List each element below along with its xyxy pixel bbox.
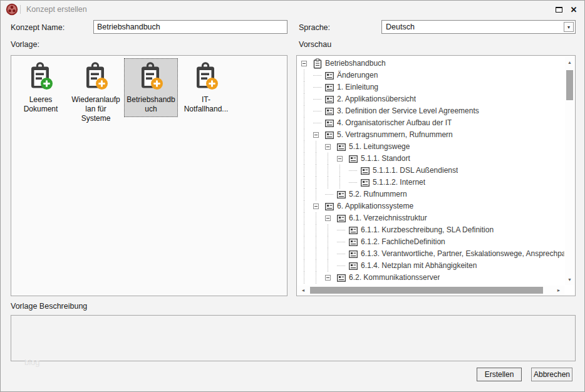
app-logo-icon xyxy=(6,3,18,16)
tree-guide-line xyxy=(313,224,325,236)
tree-guide-line xyxy=(301,224,313,236)
tree-guide-line xyxy=(325,224,337,236)
tree-connector xyxy=(337,260,349,272)
tree-guide-line xyxy=(313,212,325,224)
tree-connector xyxy=(325,188,337,200)
dropdown-arrow-button[interactable]: ▾ xyxy=(564,22,574,32)
tree-item[interactable]: 5. Vertragsnummern, Rufnummern xyxy=(298,129,564,141)
tree-item[interactable]: 2. Applikationsübersicht xyxy=(298,93,564,105)
tree-expander-collapse[interactable] xyxy=(325,272,337,284)
maximize-button[interactable] xyxy=(552,4,566,15)
vertical-scrollbar[interactable]: ▲ ▼ xyxy=(565,56,574,285)
tree-item[interactable]: 5.1. Leitungswege xyxy=(298,141,564,153)
tree-item[interactable]: 6.1.2. FachlicheDefinition xyxy=(298,236,564,248)
tree-expander-collapse[interactable] xyxy=(337,153,349,165)
horizontal-scrollbar-thumb[interactable] xyxy=(310,287,543,294)
vertical-scrollbar-thumb[interactable] xyxy=(566,70,573,100)
tree-item-label: 2. Applikationsübersicht xyxy=(337,93,416,105)
tree-item-label: 3. Definition der Service Level Agreemen… xyxy=(337,105,479,117)
scroll-left-icon[interactable]: ◄ xyxy=(299,286,308,295)
tree-connector xyxy=(349,165,361,177)
tree-item[interactable]: 6.1.3. Verantwortliche, Partner, Eskalat… xyxy=(298,248,564,260)
tree-expander-collapse[interactable] xyxy=(313,129,325,141)
tree-connector xyxy=(337,236,349,248)
tree-item-label: 6.1.4. Netzplan mit Abhängigkeiten xyxy=(361,260,477,272)
tree-guide-line xyxy=(313,141,325,153)
tree-item[interactable]: 3. Definition der Service Level Agreemen… xyxy=(298,105,564,117)
tree-item-label: 6.1.2. FachlicheDefinition xyxy=(361,236,445,248)
scroll-right-icon[interactable]: ► xyxy=(554,286,563,295)
tree-guide-line xyxy=(313,272,325,284)
template-item-4[interactable]: IT-Notfallhand... xyxy=(179,58,233,117)
concept-name-input[interactable] xyxy=(93,20,287,34)
maximize-icon xyxy=(556,7,562,13)
tree-item[interactable]: 1. Einleitung xyxy=(298,81,564,93)
tree-guide-line xyxy=(301,177,313,188)
document-node-icon xyxy=(325,72,334,80)
tree-guide-line xyxy=(313,248,325,260)
template-item-1[interactable]: Leeres Dokument xyxy=(14,58,68,117)
tree-expander-collapse[interactable] xyxy=(325,141,337,153)
document-node-icon xyxy=(349,250,358,258)
close-icon: ✕ xyxy=(571,5,577,14)
tree-item[interactable]: 5.1.1.2. Internet xyxy=(298,177,564,188)
tree-item[interactable]: Betriebshandbuch xyxy=(298,58,564,70)
tree-connector xyxy=(313,105,325,117)
tree-guide-line xyxy=(301,188,313,200)
tree-expander-collapse[interactable] xyxy=(301,58,313,70)
minus-box-icon xyxy=(325,275,331,281)
tree-item-label: 6.1. Verzeichnisstruktur xyxy=(349,212,427,224)
tree-guide-line xyxy=(325,165,337,177)
tree-item-label: 5.1.1. Standort xyxy=(361,153,410,165)
tree-guide-line xyxy=(325,260,337,272)
tree-item[interactable]: 6. Applikationssysteme xyxy=(298,200,564,212)
document-node-icon xyxy=(349,262,358,270)
close-button[interactable]: ✕ xyxy=(567,4,581,15)
tree-connector xyxy=(313,117,325,129)
document-node-icon xyxy=(337,274,346,282)
tree-item-label: 5.2. Rufnummern xyxy=(349,188,407,200)
tree-guide-line xyxy=(313,153,325,165)
tree-guide-line xyxy=(301,153,313,165)
minus-box-icon xyxy=(325,215,331,221)
tree-item[interactable]: 4. Organisatorischer Aufbau der IT xyxy=(298,117,564,129)
template-item-3[interactable]: Betriebshandbuch xyxy=(124,58,178,117)
tree-item[interactable]: 6.1. Verzeichnisstruktur xyxy=(298,212,564,224)
tree-expander-collapse[interactable] xyxy=(313,200,325,212)
tree-item[interactable]: 6.1.1. Kurzbeschreibung, SLA Definition xyxy=(298,224,564,236)
scroll-up-icon[interactable]: ▲ xyxy=(565,58,574,66)
clipboard-template-icon xyxy=(27,62,54,91)
clipboard-template-icon xyxy=(192,62,220,91)
cancel-button[interactable]: Abbrechen xyxy=(531,368,572,381)
tree-item[interactable]: 6.2. Kommunikationsserver xyxy=(298,272,564,284)
tree-guide-line xyxy=(301,212,313,224)
document-node-icon xyxy=(325,120,334,127)
chevron-down-icon: ▾ xyxy=(567,24,570,30)
tree-item-label: 5. Vertragsnummern, Rufnummern xyxy=(337,129,453,141)
tree-expander-collapse[interactable] xyxy=(325,212,337,224)
tree-item[interactable]: Änderungen xyxy=(298,70,564,81)
template-item-2[interactable]: Wiederanlaufplan für Systeme xyxy=(69,58,123,126)
create-button[interactable]: Erstellen xyxy=(477,368,522,381)
tree-item-label: 6. Applikationssysteme xyxy=(337,200,413,212)
language-dropdown[interactable]: Deutsch ▾ xyxy=(381,20,576,34)
tree-guide-line xyxy=(325,236,337,248)
document-node-icon xyxy=(349,155,358,163)
horizontal-scrollbar[interactable]: ◄ ► xyxy=(298,286,564,295)
tree-guide-line xyxy=(337,165,349,177)
tree-guide-line xyxy=(325,248,337,260)
tree-item[interactable]: 5.1.1. Standort xyxy=(298,153,564,165)
minus-box-icon xyxy=(313,204,319,209)
document-node-icon xyxy=(349,239,358,246)
scroll-down-icon[interactable]: ▼ xyxy=(565,275,574,284)
description-box[interactable] xyxy=(11,315,576,361)
tree-item[interactable]: 5.1.1.1. DSL Außendienst xyxy=(298,165,564,177)
tree-guide-line xyxy=(301,272,313,284)
tree-guide-line xyxy=(301,105,313,117)
tree-guide-line xyxy=(301,141,313,153)
tree-item[interactable]: 5.2. Rufnummern xyxy=(298,188,564,200)
document-node-icon xyxy=(325,96,334,103)
tree-item-label: Betriebshandbuch xyxy=(325,58,386,70)
tree-item[interactable]: 6.1.4. Netzplan mit Abhängigkeiten xyxy=(298,260,564,272)
tree-guide-line xyxy=(325,177,337,188)
